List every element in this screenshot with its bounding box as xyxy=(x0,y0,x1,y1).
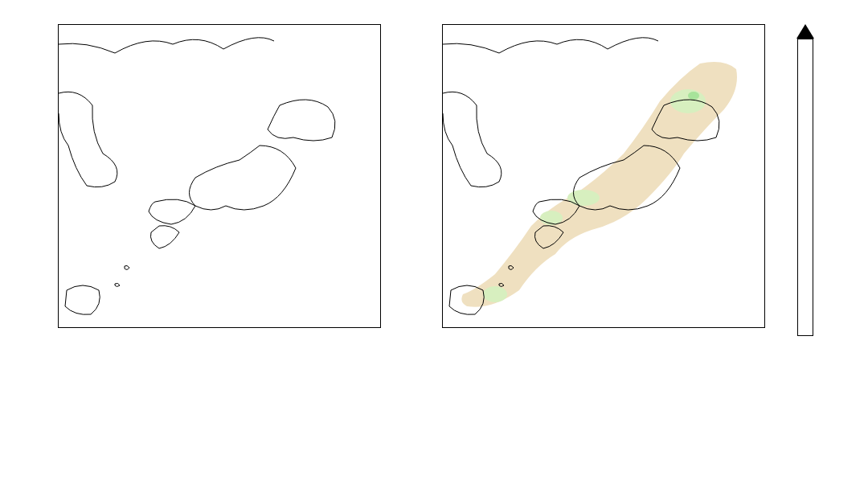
svg-point-3 xyxy=(540,211,563,225)
svg-point-4 xyxy=(483,286,507,302)
map-left xyxy=(59,25,380,327)
svg-point-1 xyxy=(688,92,699,100)
colorbar xyxy=(797,39,813,336)
svg-point-2 xyxy=(567,190,600,206)
map-right xyxy=(443,25,764,327)
colorbar-overflow-icon xyxy=(796,24,814,39)
map-panel-gsmap xyxy=(58,24,381,328)
map-panel-radar xyxy=(442,24,765,328)
